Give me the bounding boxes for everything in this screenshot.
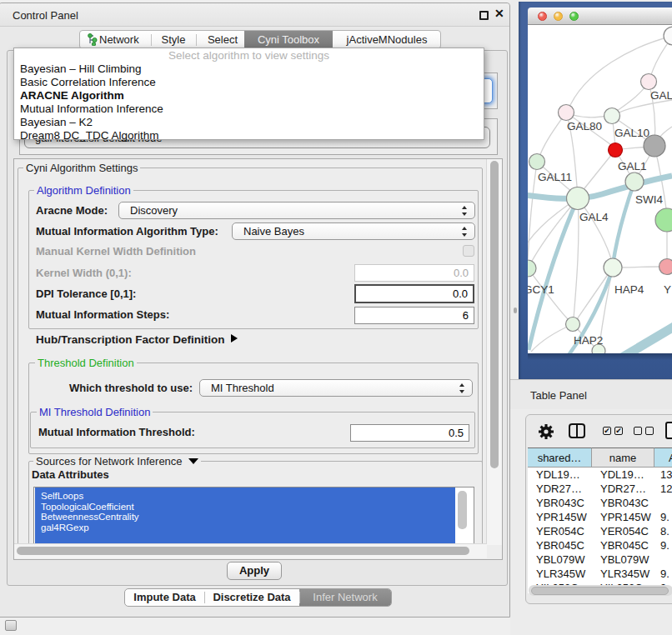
- network-window-titlebar[interactable]: [528, 8, 672, 25]
- table-cell[interactable]: YDL19…: [536, 468, 580, 481]
- network-canvas[interactable]: GALGAL80GAL10GAL1GAL11SWI4GAL4GCY1HAP4YH…: [528, 25, 672, 353]
- close-window-icon[interactable]: ✕: [494, 7, 504, 20]
- hub-definition-toggle[interactable]: Hub/Transcription Factor Definition: [36, 333, 225, 346]
- float-window-icon[interactable]: [479, 11, 489, 20]
- checked-columns-icon[interactable]: ✔: [603, 427, 611, 435]
- table-cell[interactable]: YPR145W: [536, 511, 587, 523]
- table-cell[interactable]: YER054C: [536, 525, 584, 538]
- table-cell[interactable]: YLR345W: [600, 568, 649, 580]
- list-item[interactable]: TopologicalCoefficient: [41, 502, 134, 512]
- split-view-icon[interactable]: [569, 423, 585, 438]
- table-cell[interactable]: 9.: [660, 511, 669, 523]
- tab-select[interactable]: Select: [207, 31, 238, 48]
- vertical-scrollbar[interactable]: [486, 159, 502, 545]
- label-1: Mutual Information Algorithm Type:: [36, 225, 218, 238]
- list-item[interactable]: BetweennessCentrality: [41, 512, 139, 522]
- table-cell[interactable]: YBR043C: [536, 497, 584, 509]
- horizontal-scrollbar[interactable]: [14, 543, 487, 558]
- bottom-tab-discretize-data[interactable]: Discretize Data: [204, 589, 299, 606]
- table-horizontal-scrollbar-thumb[interactable]: [531, 587, 669, 595]
- table-cell[interactable]: YBR045C: [600, 539, 649, 552]
- vertical-scrollbar-thumb[interactable]: [490, 161, 499, 468]
- table-cell[interactable]: YBL079W: [536, 553, 585, 566]
- network-edge-highlighted[interactable]: [622, 326, 672, 353]
- horizontal-scrollbar-thumb[interactable]: [17, 547, 469, 555]
- network-edge[interactable]: [581, 150, 615, 192]
- tab-style[interactable]: Style: [160, 31, 187, 48]
- table-cell[interactable]: YER054C: [600, 525, 649, 538]
- zoom-traffic-light-icon[interactable]: [569, 12, 579, 21]
- table-cell[interactable]: YBL079W: [600, 553, 649, 566]
- list-item[interactable]: gal4RGexp: [41, 522, 89, 532]
- control-panel-titlebar[interactable]: Control Panel ✕: [0, 3, 509, 27]
- network-node[interactable]: [655, 208, 672, 232]
- table-cell[interactable]: YDL19…: [600, 468, 644, 481]
- combo-discovery[interactable]: Discovery: [118, 202, 475, 219]
- network-node[interactable]: [604, 258, 622, 277]
- field-5[interactable]: 6: [354, 307, 474, 324]
- list-scrollbar-thumb[interactable]: [458, 491, 467, 529]
- table-cell[interactable]: YDR27…: [536, 482, 582, 495]
- tab-cyni-toolbox[interactable]: Cyni Toolbox: [244, 31, 333, 48]
- table-cell[interactable]: 12: [660, 482, 672, 495]
- dropdown-item-1[interactable]: Bayesian – Hill Climbing: [20, 62, 142, 75]
- table-cell[interactable]: YBR045C: [536, 539, 584, 552]
- apply-button[interactable]: Apply: [227, 562, 282, 580]
- column-header-name[interactable]: name: [592, 448, 654, 468]
- table-cell[interactable]: 9.: [660, 568, 669, 580]
- splitter-handle[interactable]: [514, 308, 517, 313]
- gear-icon[interactable]: [538, 423, 554, 440]
- sources-group-title[interactable]: Sources for Network Inference: [33, 455, 201, 468]
- table-cell[interactable]: 8.: [660, 525, 669, 538]
- table-cell[interactable]: 13: [660, 468, 672, 481]
- table-cell[interactable]: YBR043C: [600, 497, 649, 509]
- dropdown-item-6[interactable]: Dream8 DC_TDC Algorithm: [20, 129, 159, 142]
- dropdown-item-3[interactable]: ARACNE Algorithm: [20, 89, 124, 102]
- bottom-tab-infer-network[interactable]: Infer Network: [299, 589, 391, 606]
- network-edge-highlighted[interactable]: [613, 182, 634, 265]
- table-cell[interactable]: YDR27…: [600, 482, 646, 495]
- tab-jactivemnodules[interactable]: jActiveMNodules: [333, 31, 441, 48]
- network-edge[interactable]: [574, 198, 579, 318]
- unchecked-columns-icon[interactable]: [634, 427, 642, 435]
- manual-kernel-width-checkbox[interactable]: [463, 245, 474, 257]
- network-edge[interactable]: [528, 162, 537, 259]
- network-node[interactable]: [609, 143, 623, 158]
- mi-threshold-field[interactable]: 0.5: [350, 424, 469, 442]
- tab-network[interactable]: Network: [99, 31, 149, 48]
- close-traffic-light-icon[interactable]: [538, 12, 547, 21]
- bottom-tab-impute-data[interactable]: Impute Data: [125, 589, 204, 606]
- field-3[interactable]: 0.0: [354, 264, 474, 282]
- network-node[interactable]: [625, 172, 644, 191]
- table-toolbar: ✔ ✔: [526, 422, 672, 445]
- table-horizontal-scrollbar[interactable]: [529, 585, 672, 596]
- column-header-shared-[interactable]: shared…: [528, 448, 592, 468]
- network-node[interactable]: [641, 74, 657, 90]
- network-edge[interactable]: [616, 100, 672, 114]
- desktop-mini-icon[interactable]: [5, 620, 17, 631]
- network-node[interactable]: [528, 260, 536, 277]
- network-node[interactable]: [559, 105, 574, 121]
- table-cell[interactable]: 9.: [660, 539, 669, 552]
- network-node[interactable]: [664, 27, 672, 45]
- minimize-traffic-light-icon[interactable]: [554, 12, 563, 21]
- checked-columns-icon[interactable]: ✔: [614, 427, 623, 435]
- unchecked-columns-icon[interactable]: [645, 427, 654, 435]
- dropdown-item-5[interactable]: Bayesian – K2: [20, 116, 93, 128]
- table-cell[interactable]: YPR145W: [600, 511, 651, 523]
- list-item[interactable]: SelfLoops: [41, 491, 83, 501]
- dropdown-item-4[interactable]: Mutual Information Inference: [20, 102, 163, 115]
- data-attributes-list[interactable]: SelfLoopsTopologicalCoefficientBetweenne…: [33, 487, 474, 544]
- network-node[interactable]: [529, 154, 545, 170]
- field-4[interactable]: 0.0: [354, 284, 474, 303]
- which-threshold-combo[interactable]: MI Threshold: [199, 379, 473, 397]
- network-node[interactable]: [659, 259, 672, 275]
- column-header-a[interactable]: A: [654, 448, 672, 468]
- file-icon[interactable]: [665, 422, 672, 439]
- network-node[interactable]: [567, 188, 589, 210]
- dropdown-item-2[interactable]: Basic Correlation Inference: [20, 76, 156, 88]
- combo-naive-bayes[interactable]: Naive Bayes: [232, 222, 475, 240]
- table-cell[interactable]: YLR345W: [536, 568, 585, 580]
- network-node[interactable]: [604, 108, 620, 124]
- network-node[interactable]: [566, 318, 580, 332]
